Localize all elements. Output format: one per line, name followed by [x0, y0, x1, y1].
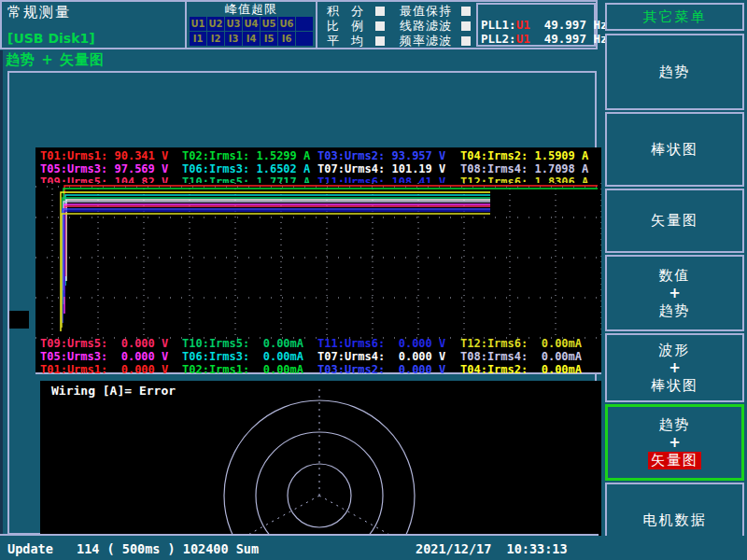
peak-cell-I1: I1	[190, 32, 206, 46]
checkbox-icon	[375, 7, 385, 16]
checkbox-icon	[461, 36, 471, 46]
sidebar-item-numeric-trend[interactable]: 数值+趋势	[605, 255, 744, 331]
sidebar-item-label: 趋势	[659, 302, 691, 320]
analyzer-screen: 常规测量 [USB Disk1] 峰值超限 U1U2U3U4U5U6I1I2I3…	[0, 0, 747, 560]
sidebar-item-label: 矢量图	[648, 452, 701, 469]
update-counter: 114 ( 500ms ) 102400 Sum	[77, 541, 259, 556]
peak-cell-U6: U6	[278, 17, 295, 31]
trend-start-values: T09:Urms5: 0.000 VT10:Irms5: 0.00mAT11:U…	[40, 337, 599, 376]
channel-value-label: T05:Urms3: 0.000 V	[40, 350, 182, 363]
channel-value-label: T05:Urms3: 97.569 V	[40, 162, 182, 175]
pll-source: U1	[516, 32, 530, 46]
trend-bottom-row: T01:Urms1: 0.000 VT02:Irms1: 0.00mAT03:U…	[40, 363, 599, 376]
peak-cell-I4: I4	[243, 32, 260, 46]
sidebar-item-trend[interactable]: 趋势	[605, 34, 744, 110]
sidebar-item-label: 棒状图	[651, 141, 698, 159]
settings-row-0: 积分最值保持	[323, 2, 476, 17]
checkbox-icon	[375, 36, 385, 46]
pll-value: 49.997 Hz	[530, 18, 608, 32]
channel-value-label: T07:Urms4: 101.19 V	[317, 162, 460, 175]
checkbox-icon	[461, 21, 471, 31]
sidebar-item-label: 棒状图	[651, 377, 698, 395]
pll-name: PLL1:	[481, 18, 516, 32]
status-bar: Update 114 ( 500ms ) 102400 Sum 2021/12/…	[0, 536, 747, 560]
pll1-row: PLL1:U1 49.997 Hz	[481, 18, 593, 32]
channel-value-label: T03:Urms2: 0.000 V	[317, 363, 460, 376]
channel-value-label: T03:Urms2: 93.957 V	[317, 149, 460, 162]
sidebar-item-label: 趋势	[659, 416, 691, 434]
measurement-settings: 积分最值保持比例线路滤波平均频率滤波	[323, 2, 476, 48]
channel-value-label: T08:Irms4: 1.7098 A	[460, 162, 599, 175]
peak-over-limit-box: 峰值超限 U1U2U3U4U5U6I1I2I3I4I5I6	[185, 2, 317, 48]
channel-value-label: T06:Irms3: 1.6502 A	[182, 162, 317, 175]
channel-value-label: T06:Irms3: 0.00mA	[182, 350, 317, 363]
plus-separator: +	[669, 359, 681, 377]
peak-cell-U3: U3	[225, 17, 242, 31]
checkbox-icon	[461, 7, 471, 16]
checkbox-icon	[375, 21, 385, 31]
pll-rows: PLL1:U1 49.997 HzPLL2:U1 49.997 Hz	[481, 18, 593, 46]
trend-chart	[35, 183, 601, 339]
trend-top-row: T05:Urms3: 97.569 VT06:Irms3: 1.6502 AT0…	[40, 162, 599, 175]
channel-value-label: T01:Urms1: 0.000 V	[40, 363, 182, 376]
pll-source: U1	[516, 18, 530, 32]
content-frame: T01:Urms1: 90.341 VT02:Irms1: 1.5299 AT0…	[7, 71, 597, 535]
usb-disk-label: [USB Disk1]	[7, 31, 95, 46]
trend-panel: T01:Urms1: 90.341 VT02:Irms1: 1.5299 AT0…	[35, 147, 601, 374]
sidebar-item-bar-graph[interactable]: 棒状图	[605, 112, 744, 187]
sidebar-menu-title[interactable]: 其它菜单	[605, 3, 744, 31]
pll-box: PLL1:U1 49.997 HzPLL2:U1 49.997 Hz	[476, 3, 596, 47]
peak-cell-I3: I3	[225, 32, 242, 46]
channel-value-label: T02:Irms1: 0.00mA	[182, 363, 317, 376]
setting-checkbox[interactable]	[375, 35, 385, 49]
peak-cell-empty	[296, 17, 313, 31]
pll-value: 49.997 Hz	[530, 32, 608, 46]
peak-cell-U2: U2	[207, 17, 224, 31]
plus-separator: +	[669, 434, 681, 452]
header-bar: 常规测量 [USB Disk1] 峰值超限 U1U2U3U4U5U6I1I2I3…	[0, 0, 598, 49]
wiring-error-message: Wiring [A]= Error	[51, 384, 176, 398]
sidebar-menu: 其它菜单 趋势棒状图矢量图数值+趋势波形+棒状图趋势+矢量图电机数据	[605, 0, 747, 560]
channel-value-label: T10:Irms5: 0.00mA	[182, 337, 317, 350]
measurement-mode-label: 常规测量	[7, 4, 71, 21]
peak-row-current: I1I2I3I4I5I6	[190, 32, 314, 46]
setting-label: 频率滤波	[400, 33, 452, 49]
peak-cell-U5: U5	[261, 17, 277, 31]
channel-value-label: T08:Irms4: 0.00mA	[460, 350, 599, 363]
sidebar-item-label: 波形	[659, 342, 691, 359]
update-label: Update	[7, 541, 53, 556]
sidebar-item-label: 电机数据	[643, 511, 707, 529]
channel-value-label: T04:Irms2: 0.00mA	[460, 363, 599, 376]
sidebar-item-waveform-bar[interactable]: 波形+棒状图	[605, 333, 744, 402]
status-indicator-square	[9, 311, 29, 329]
plus-separator: +	[669, 285, 681, 302]
left-edge-strip	[0, 50, 3, 537]
sidebar-item-label: 趋势	[659, 63, 691, 81]
settings-row-2: 平均频率滤波	[323, 32, 476, 47]
peak-cell-I2: I2	[207, 32, 224, 46]
sidebar-item-label: 矢量图	[651, 212, 698, 230]
channel-value-label: T12:Irms6: 0.00mA	[460, 337, 599, 350]
channel-value-label: T11:Urms6: 0.000 V	[317, 337, 460, 350]
sidebar-item-label: 数值	[659, 267, 691, 285]
channel-value-label: T02:Irms1: 1.5299 A	[182, 149, 317, 162]
channel-value-label: T04:Irms2: 1.5909 A	[460, 149, 599, 162]
datetime: 2021/12/17 10:33:13	[416, 541, 568, 556]
trend-top-row: T01:Urms1: 90.341 VT02:Irms1: 1.5299 AT0…	[40, 149, 599, 162]
peak-cell-I5: I5	[261, 32, 277, 46]
trend-bottom-row: T05:Urms3: 0.000 VT06:Irms3: 0.00mAT07:U…	[40, 350, 599, 363]
setting-checkbox[interactable]	[461, 35, 471, 49]
setting-char: 均	[351, 33, 363, 49]
pll2-row: PLL2:U1 49.997 Hz	[481, 32, 593, 46]
settings-row-1: 比例线路滤波	[323, 17, 476, 32]
sidebar-item-trend-vector[interactable]: 趋势+矢量图	[605, 404, 744, 481]
peak-indicator-grid: U1U2U3U4U5U6I1I2I3I4I5I6	[190, 17, 314, 47]
peak-cell-empty	[296, 32, 313, 46]
setting-char: 平	[327, 33, 339, 49]
peak-cell-U1: U1	[190, 17, 206, 31]
pll-name: PLL2:	[481, 32, 516, 46]
trend-bottom-row: T09:Urms5: 0.000 VT10:Irms5: 0.00mAT11:U…	[40, 337, 599, 350]
peak-cell-I6: I6	[278, 32, 295, 46]
sidebar-item-vector-graph[interactable]: 矢量图	[605, 189, 744, 253]
channel-value-label: T09:Urms5: 0.000 V	[40, 337, 182, 350]
